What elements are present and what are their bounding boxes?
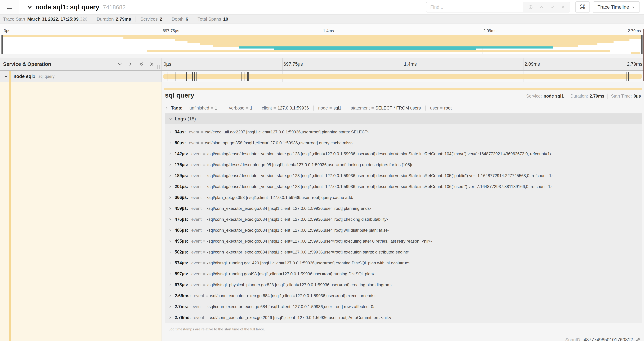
span-id-label: SpanID:	[565, 337, 582, 341]
summary-item-label: Depth	[172, 17, 184, 22]
summary-item-label: Total Spans	[198, 17, 221, 22]
expand-all-double-chevron-right-icon[interactable]	[150, 62, 154, 67]
equals-sign: =	[330, 106, 332, 111]
tag-value: sql1	[334, 106, 342, 111]
chevron-right-icon	[168, 272, 172, 276]
summary-item-value: 2.79ms	[116, 17, 131, 22]
summary-item-label: Trace Start	[3, 17, 25, 22]
log-field-key: event	[191, 271, 202, 276]
log-field-key: event	[194, 293, 204, 298]
locate-icon[interactable]	[528, 4, 534, 10]
find-clear-close-icon[interactable]	[560, 5, 565, 10]
log-timestamp: 2.7ms:	[175, 304, 188, 309]
tag-value: SELECT * FROM users	[375, 106, 421, 111]
tags-accordion[interactable]: Tags: _unfinished=1_verbose=1client=127.…	[165, 105, 642, 111]
log-row[interactable]: 495µs:event=‹sql/conn_executor_exec.go:6…	[165, 236, 642, 247]
log-field-value: ‹sql/catalog/lease/descriptor_version_st…	[207, 173, 553, 178]
chevron-right-icon	[168, 185, 172, 188]
log-row[interactable]: 486µs:event=‹sql/conn_executor_exec.go:6…	[165, 225, 642, 236]
log-row[interactable]: 597µs:event=‹sql/distsql_running.go:498 …	[165, 268, 642, 279]
log-field-key: event	[191, 261, 202, 265]
log-row[interactable]: 142µs:event=‹sql/catalog/lease/descripto…	[165, 148, 642, 159]
equals-sign: =	[440, 106, 443, 111]
tag: user=root	[425, 106, 452, 111]
trace-title: node sql1: sql query	[35, 4, 99, 11]
log-field-value: ‹sql/conn_executor_exec.go:684 [nsql1,cl…	[210, 293, 376, 298]
minimap-left-scrubber[interactable]	[2, 35, 2, 54]
span-row-timeline-cell[interactable]	[162, 71, 644, 82]
equals-sign: =	[203, 162, 206, 167]
log-field-value: ‹sql/plan_opt.go:358 [nsql1,client=127.0…	[207, 195, 354, 200]
span-color-strip	[9, 71, 11, 82]
logs-count: (18)	[188, 116, 196, 122]
span-row-service-cell[interactable]: node sql1 sql query	[0, 71, 162, 82]
log-row[interactable]: 502µs:event=‹sql/conn_executor_exec.go:6…	[165, 247, 642, 257]
log-field-key: event	[191, 184, 202, 189]
trace-view-selector[interactable]: Trace Timeline	[593, 2, 640, 13]
log-row[interactable]: 459µs:event=‹sql/conn_executor_exec.go:6…	[165, 203, 642, 214]
minimap-right-scrubber[interactable]	[642, 35, 642, 54]
collapse-all-double-chevron-down-icon[interactable]	[139, 62, 144, 67]
command-icon: ⌘	[580, 4, 586, 11]
find-next-chevron-down-icon[interactable]	[550, 5, 555, 10]
minimap-canvas[interactable]	[2, 35, 642, 54]
log-marker	[244, 72, 244, 81]
log-row[interactable]: 476µs:event=‹sql/conn_executor_exec.go:6…	[165, 214, 642, 225]
log-timestamp: 2.69ms:	[175, 293, 191, 298]
minimap-span-bar	[188, 41, 614, 43]
log-row[interactable]: 189µs:event=‹sql/catalog/lease/descripto…	[165, 170, 642, 181]
equals-sign: =	[203, 217, 206, 222]
equals-sign: =	[206, 293, 208, 298]
log-row[interactable]: 34µs:event=‹sql/exec_util.go:2297 [nsql1…	[165, 127, 642, 137]
log-field-value: ‹sql/conn_executor_exec.go:684 [nsql1,cl…	[207, 304, 375, 309]
log-marker	[626, 72, 627, 81]
log-row[interactable]: 176µs:event=‹sql/catalog/descs/descripto…	[165, 159, 642, 170]
summary-item-muted: .326	[78, 17, 88, 22]
back-button[interactable]: ←	[0, 0, 19, 14]
log-marker	[279, 72, 280, 81]
column-resizer-grip[interactable]	[157, 65, 160, 69]
log-row[interactable]: 201µs:event=‹sql/catalog/lease/descripto…	[165, 181, 642, 192]
logs-section: Logs (18) 34µs:event=‹sql/exec_util.go:2…	[165, 114, 642, 334]
log-field-key: event	[189, 130, 199, 134]
logs-accordion-header[interactable]: Logs (18)	[165, 114, 642, 124]
span-operation-name: sql query	[38, 74, 54, 79]
equals-sign: =	[203, 173, 206, 178]
find-prev-chevron-up-icon[interactable]	[539, 5, 544, 10]
equals-sign: =	[203, 282, 206, 287]
find-input[interactable]	[426, 2, 523, 12]
chevron-right-icon	[168, 207, 172, 210]
summary-item-label: Services	[140, 17, 158, 22]
tag-key: client	[262, 106, 272, 111]
deep-link-icon[interactable]	[635, 337, 640, 341]
equals-sign: =	[246, 106, 248, 111]
log-field-value: ‹sql/catalog/lease/descriptor_version_st…	[207, 151, 551, 156]
span-duration-bar[interactable]	[163, 74, 642, 79]
log-row[interactable]: 574µs:event=‹sql/distsql_running.go:1420…	[165, 257, 642, 268]
log-field-key: event	[191, 206, 202, 211]
meta-value: 2.79ms	[590, 94, 604, 99]
chevron-right-icon	[165, 106, 169, 110]
tag: _unfinished=1	[187, 106, 217, 111]
span-collapse-chevron-down-icon[interactable]	[4, 74, 8, 79]
equals-sign: =	[201, 141, 203, 145]
expand-one-chevron-right-icon[interactable]	[128, 62, 133, 67]
log-row[interactable]: 2.69ms:event=‹sql/conn_executor_exec.go:…	[165, 290, 642, 301]
trace-collapse-chevron-down-icon[interactable]	[27, 4, 32, 10]
log-timestamp: 80µs:	[175, 140, 186, 145]
app-header: ← node sql1: sql query 7418682	[0, 0, 644, 15]
keyboard-shortcuts-button[interactable]: ⌘	[575, 2, 590, 13]
log-row[interactable]: 2.79ms:event=‹sql/conn_executor_exec.go:…	[165, 312, 642, 323]
log-field-value: ‹sql/conn_executor_exec.go:2046 [nsql1,c…	[210, 315, 392, 320]
collapse-one-chevron-down-icon[interactable]	[117, 62, 122, 67]
log-row[interactable]: 678µs:event=‹sql/distsql_physical_planne…	[165, 279, 642, 290]
log-row[interactable]: 2.7ms:event=‹sql/conn_executor_exec.go:6…	[165, 301, 642, 312]
span-meta-item: Duration:2.79ms	[567, 94, 604, 99]
log-field-value: ‹sql/conn_executor_exec.go:684 [nsql1,cl…	[207, 239, 432, 244]
equals-sign: =	[203, 195, 206, 200]
tag-value: 1	[250, 106, 252, 111]
log-row[interactable]: 366µs:event=‹sql/plan_opt.go:358 [nsql1,…	[165, 192, 642, 203]
log-field-key: event	[191, 151, 202, 156]
scrollbar-thumb[interactable]	[642, 29, 644, 81]
log-row[interactable]: 80µs:event=‹sql/plan_opt.go:358 [nsql1,c…	[165, 137, 642, 148]
